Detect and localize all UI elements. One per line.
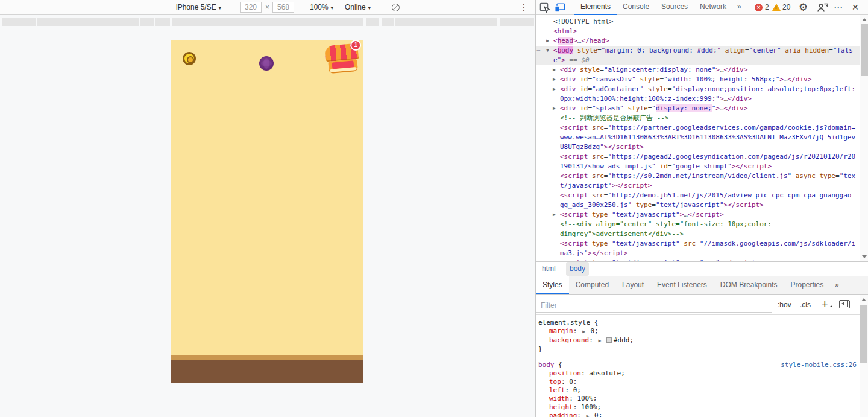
dom-tree-row[interactable]: <html> bbox=[536, 27, 860, 36]
placeholder-strip-segment bbox=[500, 18, 534, 26]
scroll-down-icon[interactable] bbox=[862, 255, 867, 258]
breadcrumb-item-html[interactable]: html bbox=[538, 262, 559, 276]
code-token: type bbox=[816, 172, 835, 180]
stylesheet-source-link[interactable]: style-mobile.css:26 bbox=[781, 361, 857, 369]
expand-shorthand-icon[interactable]: ▶ bbox=[587, 413, 590, 417]
expand-twisty-icon[interactable]: ▶ bbox=[553, 75, 556, 84]
tab-styles[interactable]: Styles bbox=[536, 276, 569, 294]
more-tabs-icon[interactable]: » bbox=[732, 0, 746, 15]
tab-sources[interactable]: Sources bbox=[655, 0, 694, 15]
css-property[interactable]: position: absolute; bbox=[538, 369, 858, 378]
inspect-element-icon[interactable] bbox=[539, 2, 550, 13]
zoom-select[interactable]: 100%▾ bbox=[310, 0, 333, 14]
tab-dom-breakpoints[interactable]: DOM Breakpoints bbox=[714, 276, 784, 294]
tab-event-listeners[interactable]: Event Listeners bbox=[650, 276, 714, 294]
no-throttling-icon[interactable] bbox=[392, 4, 400, 11]
dom-tree-row[interactable]: <!DOCTYPE html> bbox=[536, 17, 860, 27]
css-property[interactable]: width: 100%; bbox=[538, 395, 858, 403]
profile-feedback-icon[interactable] bbox=[817, 2, 829, 13]
warning-count: 20 bbox=[782, 0, 790, 15]
tab-elements[interactable]: Elements bbox=[574, 0, 617, 15]
styles-scrollbar[interactable] bbox=[860, 295, 868, 417]
dom-tree-row[interactable]: <script src="http://demo.jb51.net/js/201… bbox=[536, 191, 860, 210]
collapse-twisty-icon[interactable]: ▼ bbox=[546, 46, 549, 56]
settings-gear-icon[interactable]: ⚙ bbox=[799, 0, 808, 15]
placeholder-strip-segment bbox=[395, 18, 497, 26]
dom-tree-row[interactable]: <!-- 判断浏览器是否屏蔽广告 --> bbox=[536, 113, 860, 123]
scroll-up-icon[interactable] bbox=[861, 298, 866, 301]
toggle-sidebar-icon[interactable] bbox=[839, 300, 850, 308]
network-throttle-select[interactable]: Online▾ bbox=[345, 0, 371, 14]
game-viewport[interactable]: 1 bbox=[171, 40, 363, 383]
game-coin[interactable] bbox=[183, 52, 196, 65]
css-property[interactable]: padding: ▶ 0; bbox=[538, 412, 858, 417]
expand-twisty-icon[interactable]: ▶ bbox=[546, 36, 549, 46]
dom-tree-row[interactable]: ▶<script type="text/javascript">…</scrip… bbox=[536, 210, 860, 220]
dom-tree-row[interactable]: <!--<div align="center" style="font-size… bbox=[536, 220, 860, 239]
viewport-height-input[interactable] bbox=[272, 2, 294, 13]
elements-scrollbar[interactable] bbox=[860, 15, 868, 261]
dom-tree-row[interactable]: <script type="text/javascript" src="//im… bbox=[536, 239, 860, 258]
css-property[interactable]: margin: ▶ 0; bbox=[538, 327, 858, 336]
css-property[interactable]: height: 100%; bbox=[538, 403, 858, 412]
viewport-width-input[interactable] bbox=[240, 2, 262, 13]
new-style-rule-button[interactable]: + bbox=[822, 295, 828, 314]
expand-twisty-icon[interactable]: ▶ bbox=[553, 104, 556, 113]
dom-tree-row[interactable]: ▶<div id="splash" style="display: none;"… bbox=[536, 104, 860, 113]
color-swatch[interactable] bbox=[606, 337, 612, 343]
tab-console[interactable]: Console bbox=[617, 0, 655, 15]
game-ball[interactable] bbox=[259, 56, 274, 71]
dom-tree-row[interactable]: ▶<div style="align:center;display: none"… bbox=[536, 65, 860, 75]
scrollbar-thumb[interactable] bbox=[860, 305, 867, 363]
property-name: padding bbox=[549, 412, 577, 417]
tab-computed[interactable]: Computed bbox=[569, 276, 615, 294]
scroll-up-icon[interactable] bbox=[862, 18, 867, 21]
code-token: "google_shimpl" bbox=[671, 162, 731, 170]
code-token: <!-- 判断浏览器是否屏蔽广告 --> bbox=[560, 114, 669, 122]
tab-layout[interactable]: Layout bbox=[615, 276, 650, 294]
expand-shorthand-icon[interactable]: ▶ bbox=[598, 338, 601, 343]
tab-properties[interactable]: Properties bbox=[784, 276, 831, 294]
code-token: <!--<div align="center" style="font-size… bbox=[560, 220, 776, 238]
code-token: type bbox=[588, 240, 608, 247]
element-class-toggle[interactable]: .cls bbox=[800, 295, 811, 315]
dom-tree-row[interactable]: <script src="https://s0.2mdn.net/instrea… bbox=[536, 171, 860, 191]
code-token: < bbox=[553, 46, 558, 54]
scrollbar-thumb[interactable] bbox=[861, 24, 868, 76]
css-property[interactable]: left: 0; bbox=[538, 386, 858, 395]
css-property[interactable]: background: ▶ #ddd; bbox=[538, 336, 858, 345]
close-devtools-icon[interactable]: ✕ bbox=[852, 0, 859, 14]
expand-shorthand-icon[interactable]: ▶ bbox=[582, 329, 585, 334]
rule-selector[interactable]: body bbox=[538, 361, 555, 369]
code-token: </div> bbox=[728, 95, 752, 103]
styles-filter-input[interactable] bbox=[536, 298, 772, 313]
pseudo-state-toggle[interactable]: :hov bbox=[778, 295, 791, 315]
code-token: style bbox=[624, 104, 648, 112]
device-toolbar-toggle-icon[interactable] bbox=[555, 2, 565, 13]
rule-selector[interactable]: element.style bbox=[538, 319, 590, 326]
chevron-down-icon: ▾ bbox=[368, 5, 371, 11]
dom-tree-row[interactable]: ▶<head>…</head> bbox=[536, 36, 860, 46]
device-select[interactable]: iPhone 5/SE▾ bbox=[176, 0, 221, 14]
expand-twisty-icon[interactable]: ▶ bbox=[553, 210, 556, 220]
dom-tree-row[interactable]: <script src="https://partner.googleadser… bbox=[536, 123, 860, 152]
property-value: 100%; bbox=[581, 403, 601, 411]
css-rules-list: element.style {margin: ▶ 0;background: ▶… bbox=[536, 315, 860, 417]
more-tabs-icon[interactable]: » bbox=[830, 276, 844, 294]
code-token: id bbox=[656, 162, 668, 170]
dom-tree-row[interactable]: ▶<div id="adContainer" style="display:no… bbox=[536, 84, 860, 104]
breadcrumb-item-body[interactable]: body bbox=[566, 262, 589, 276]
more-options-icon[interactable]: ⋯ bbox=[834, 0, 843, 14]
css-property[interactable]: top: 0; bbox=[538, 378, 858, 386]
dom-tree-row[interactable]: ▶<div id="canvasDiv" style="width: 100%;… bbox=[536, 75, 860, 84]
tab-network[interactable]: Network bbox=[694, 0, 732, 15]
expand-twisty-icon[interactable]: ▶ bbox=[553, 84, 556, 94]
code-token: <div bbox=[560, 104, 576, 112]
expand-twisty-icon[interactable]: ▶ bbox=[553, 65, 556, 75]
treasure-chest-button[interactable]: 1 bbox=[324, 42, 361, 75]
code-token: src bbox=[588, 124, 604, 132]
dom-tree-row[interactable]: ⋯▼<body style="margin: 0; background: #d… bbox=[536, 46, 860, 65]
node-options-dots-icon[interactable]: ⋯ bbox=[536, 46, 540, 56]
device-toolbar-more-icon[interactable]: ⋮ bbox=[520, 0, 528, 14]
dom-tree-row[interactable]: <script src="https://pagead2.googlesyndi… bbox=[536, 152, 860, 171]
